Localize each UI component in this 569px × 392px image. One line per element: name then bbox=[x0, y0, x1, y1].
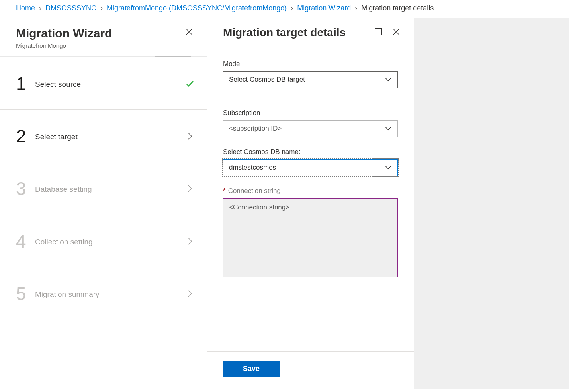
detail-footer: Save bbox=[207, 351, 414, 389]
wizard-title: Migration Wizard bbox=[16, 26, 112, 41]
chevron-right-icon bbox=[185, 131, 195, 141]
empty-area bbox=[414, 18, 569, 389]
detail-title: Migration target details bbox=[223, 26, 346, 39]
chevron-down-icon bbox=[385, 77, 392, 82]
close-icon[interactable] bbox=[391, 26, 402, 37]
chevron-down-icon bbox=[385, 165, 392, 170]
mode-label: Mode bbox=[223, 60, 398, 68]
wizard-step-database-setting[interactable]: 3 Database setting bbox=[0, 162, 207, 215]
subscription-select[interactable]: <subscription ID> bbox=[223, 120, 398, 137]
step-label: Migration summary bbox=[35, 289, 185, 299]
breadcrumb-link-home[interactable]: Home bbox=[16, 4, 35, 12]
step-label: Select source bbox=[35, 78, 185, 89]
breadcrumb-link-migratefrommongo[interactable]: MigratefromMongo (DMSOSSSYNC/Migratefrom… bbox=[107, 4, 287, 12]
wizard-steps: 1 Select source 2 Select target 3 Databa… bbox=[0, 57, 207, 389]
connection-string-label: * Connection string bbox=[223, 187, 398, 195]
wizard-subtitle: MigratefromMongo bbox=[16, 42, 112, 49]
chevron-right-icon: › bbox=[39, 4, 41, 12]
maximize-icon[interactable] bbox=[375, 28, 382, 35]
chevron-down-icon bbox=[385, 126, 392, 131]
subscription-value: <subscription ID> bbox=[229, 125, 282, 133]
cosmos-name-select[interactable]: dmstestcosmos bbox=[223, 159, 398, 176]
cosmos-name-value: dmstestcosmos bbox=[229, 164, 276, 172]
close-icon[interactable] bbox=[184, 26, 195, 37]
mode-select[interactable]: Select Cosmos DB target bbox=[223, 71, 398, 88]
step-number: 3 bbox=[16, 179, 35, 198]
divider bbox=[223, 99, 398, 99]
step-number: 5 bbox=[16, 285, 35, 303]
save-button[interactable]: Save bbox=[223, 361, 280, 377]
cosmos-name-label: Select Cosmos DB name: bbox=[223, 148, 398, 156]
mode-value: Select Cosmos DB target bbox=[229, 76, 305, 84]
connection-string-input[interactable]: <Connection string> bbox=[223, 198, 398, 277]
step-label: Select target bbox=[35, 131, 185, 141]
breadcrumb-link-migration-wizard[interactable]: Migration Wizard bbox=[297, 4, 351, 12]
required-star: * bbox=[223, 187, 226, 195]
step-number: 4 bbox=[16, 232, 35, 250]
connection-string-placeholder: <Connection string> bbox=[229, 203, 289, 211]
chevron-right-icon: › bbox=[291, 4, 293, 12]
step-label: Database setting bbox=[35, 183, 185, 194]
wizard-step-select-source[interactable]: 1 Select source bbox=[0, 57, 207, 110]
breadcrumb-current: Migration target details bbox=[361, 4, 434, 12]
breadcrumb: Home › DMSOSSSYNC › MigratefromMongo (DM… bbox=[0, 0, 569, 18]
chevron-right-icon: › bbox=[355, 4, 357, 12]
breadcrumb-link-dmsosssync[interactable]: DMSOSSSYNC bbox=[45, 4, 96, 12]
wizard-panel: Migration Wizard MigratefromMongo 1 Sele… bbox=[0, 18, 207, 389]
wizard-step-migration-summary[interactable]: 5 Migration summary bbox=[0, 267, 207, 320]
chevron-right-icon bbox=[185, 236, 195, 246]
chevron-right-icon bbox=[185, 184, 195, 193]
wizard-step-collection-setting[interactable]: 4 Collection setting bbox=[0, 215, 207, 267]
subscription-label: Subscription bbox=[223, 109, 398, 117]
detail-body: Mode Select Cosmos DB target Subscriptio… bbox=[207, 49, 414, 351]
detail-panel: Migration target details Mode Select Cos… bbox=[207, 18, 414, 389]
wizard-step-select-target[interactable]: 2 Select target bbox=[0, 110, 207, 162]
step-number: 2 bbox=[16, 127, 35, 145]
step-label: Collection setting bbox=[35, 236, 185, 246]
check-icon bbox=[185, 78, 195, 89]
chevron-right-icon: › bbox=[100, 4, 103, 12]
chevron-right-icon bbox=[185, 289, 195, 298]
detail-header: Migration target details bbox=[207, 18, 414, 49]
step-number: 1 bbox=[16, 74, 35, 93]
wizard-header: Migration Wizard MigratefromMongo bbox=[0, 18, 207, 57]
